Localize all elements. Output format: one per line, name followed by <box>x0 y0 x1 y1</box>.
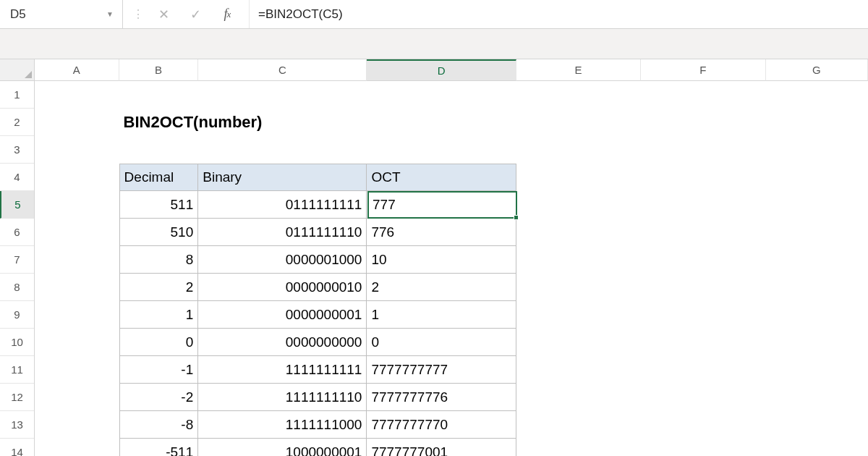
cell-F12[interactable] <box>641 384 765 411</box>
cell-A10[interactable] <box>35 329 119 356</box>
cell-D4[interactable]: OCT <box>367 164 516 191</box>
cell-B7[interactable]: 8 <box>119 246 199 274</box>
cell-D2[interactable] <box>367 109 516 136</box>
cell-C12[interactable]: 1111111110 <box>198 384 367 411</box>
cell-C11[interactable]: 1111111111 <box>198 356 367 384</box>
cancel-icon[interactable]: ✕ <box>148 0 179 28</box>
cell-D13[interactable]: 7777777770 <box>367 411 516 439</box>
cell-B4[interactable]: Decimal <box>119 164 199 191</box>
cell-E5[interactable] <box>516 191 641 219</box>
cell-G14[interactable] <box>766 439 869 456</box>
cell-A12[interactable] <box>35 384 119 411</box>
cell-G4[interactable] <box>766 164 869 191</box>
cell-A14[interactable] <box>35 439 119 456</box>
cell-G5[interactable] <box>766 191 869 219</box>
cell-C2[interactable] <box>199 109 367 136</box>
cell-B3[interactable] <box>119 136 199 164</box>
cell-E13[interactable] <box>516 411 641 439</box>
cell-B6[interactable]: 510 <box>119 219 199 246</box>
cell-A2[interactable] <box>35 109 119 136</box>
cell-C4[interactable]: Binary <box>198 164 367 191</box>
cell-D6[interactable]: 776 <box>367 219 516 246</box>
cell-D7[interactable]: 10 <box>367 246 516 274</box>
name-box-dropdown-icon[interactable]: ▼ <box>102 10 118 18</box>
cell-G11[interactable] <box>766 356 869 384</box>
enter-icon[interactable]: ✓ <box>179 0 211 28</box>
cell-E9[interactable] <box>516 301 641 329</box>
col-header-C[interactable]: C <box>198 59 367 81</box>
cell-C14[interactable]: 1000000001 <box>198 439 367 456</box>
row-header-10[interactable]: 10 <box>0 329 34 356</box>
cell-G12[interactable] <box>766 384 869 411</box>
cell-C13[interactable]: 1111111000 <box>198 411 367 439</box>
cell-A4[interactable] <box>35 164 119 191</box>
cell-A7[interactable] <box>35 246 119 274</box>
cell-F10[interactable] <box>641 329 765 356</box>
cell-F8[interactable] <box>641 274 765 301</box>
cell-G2[interactable] <box>766 109 868 136</box>
cell-A1[interactable] <box>35 81 119 109</box>
cell-F9[interactable] <box>641 301 765 329</box>
row-header-7[interactable]: 7 <box>0 246 34 274</box>
formula-input[interactable]: =BIN2OCT(C5) <box>249 0 868 28</box>
name-box[interactable]: D5 <box>7 7 102 22</box>
cell-F5[interactable] <box>641 191 765 219</box>
cell-E6[interactable] <box>516 219 641 246</box>
cell-G10[interactable] <box>766 329 869 356</box>
cell-A5[interactable] <box>35 191 119 219</box>
cell-F2[interactable] <box>641 109 765 136</box>
col-header-F[interactable]: F <box>641 59 765 81</box>
cell-A9[interactable] <box>35 301 119 329</box>
row-header-9[interactable]: 9 <box>0 301 34 329</box>
cell-D11[interactable]: 7777777777 <box>367 356 516 384</box>
cell-B1[interactable] <box>119 81 199 109</box>
cell-B5[interactable]: 511 <box>119 191 199 219</box>
cell-A3[interactable] <box>35 136 119 164</box>
cell-F3[interactable] <box>641 136 765 164</box>
col-header-B[interactable]: B <box>119 59 199 81</box>
row-header-6[interactable]: 6 <box>0 219 34 246</box>
cell-C5[interactable]: 0111111111 <box>198 191 367 219</box>
cell-E12[interactable] <box>516 384 641 411</box>
col-header-E[interactable]: E <box>516 59 641 81</box>
cell-A6[interactable] <box>35 219 119 246</box>
cell-F6[interactable] <box>641 219 765 246</box>
row-header-14[interactable]: 14 <box>0 439 34 456</box>
cell-B12[interactable]: -2 <box>119 384 199 411</box>
row-header-5[interactable]: 5 <box>0 191 34 219</box>
cell-C3[interactable] <box>198 136 367 164</box>
cell-G13[interactable] <box>766 411 869 439</box>
cell-G7[interactable] <box>766 246 869 274</box>
cell-E14[interactable] <box>516 439 641 456</box>
row-header-1[interactable]: 1 <box>0 81 34 109</box>
cell-D3[interactable] <box>367 136 516 164</box>
cell-C10[interactable]: 0000000000 <box>198 329 367 356</box>
select-all-corner[interactable] <box>0 59 34 81</box>
row-header-12[interactable]: 12 <box>0 384 34 411</box>
cell-F11[interactable] <box>641 356 765 384</box>
fx-icon[interactable]: fx <box>211 0 243 28</box>
cell-B13[interactable]: -8 <box>119 411 199 439</box>
row-header-8[interactable]: 8 <box>0 274 34 301</box>
cell-C7[interactable]: 0000001000 <box>198 246 367 274</box>
cell-C8[interactable]: 0000000010 <box>198 274 367 301</box>
cell-D14[interactable]: 7777777001 <box>367 439 516 456</box>
cell-B8[interactable]: 2 <box>119 274 199 301</box>
cell-D8[interactable]: 2 <box>367 274 516 301</box>
cell-G1[interactable] <box>766 81 869 109</box>
cell-G3[interactable] <box>766 136 869 164</box>
cell-D5[interactable] <box>367 191 516 219</box>
cell-B11[interactable]: -1 <box>119 356 199 384</box>
cell-E7[interactable] <box>516 246 641 274</box>
cell-E3[interactable] <box>516 136 641 164</box>
cell-C1[interactable] <box>198 81 367 109</box>
cell-D10[interactable]: 0 <box>367 329 516 356</box>
row-header-4[interactable]: 4 <box>0 164 34 191</box>
cell-D1[interactable] <box>367 81 516 109</box>
cell-F7[interactable] <box>641 246 765 274</box>
cell-E1[interactable] <box>516 81 641 109</box>
cell-D12[interactable]: 7777777776 <box>367 384 516 411</box>
cell-B9[interactable]: 1 <box>119 301 199 329</box>
col-header-G[interactable]: G <box>766 59 869 81</box>
col-header-A[interactable]: A <box>35 59 119 81</box>
